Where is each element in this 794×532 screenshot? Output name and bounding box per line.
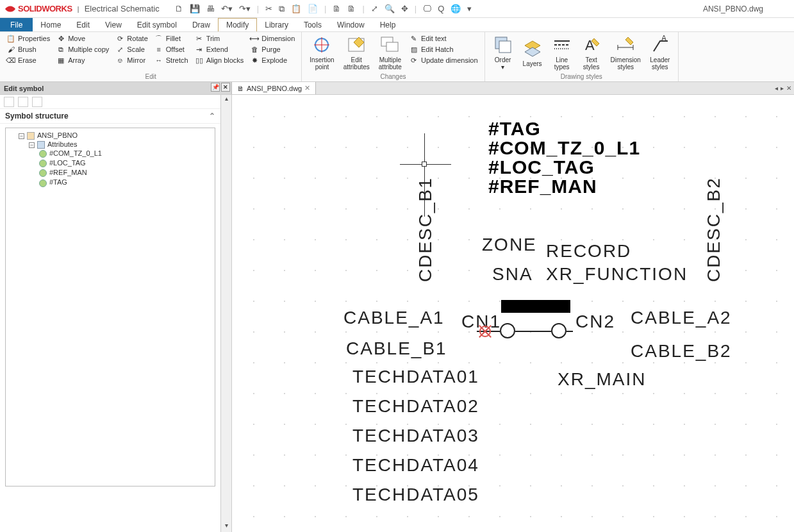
qat-paste-icon[interactable]: 📋	[291, 4, 301, 13]
cmd-stretch[interactable]: ↔Stretch	[152, 55, 191, 65]
qat-search-icon[interactable]: Q	[438, 4, 444, 13]
cmd-textstyles[interactable]: AText styles	[577, 33, 606, 72]
qat-screen-icon[interactable]: 🖵	[423, 4, 431, 13]
panel-scrollbar[interactable]: ▴ ▾	[221, 95, 232, 532]
cmd-purge[interactable]: 🗑Purge	[247, 44, 297, 54]
menu-window[interactable]: Window	[329, 18, 372, 31]
scale-icon: ⤢	[115, 45, 124, 54]
drawing-canvas[interactable]: #TAG #COM_TZ_0_L1 #LOC_TAG #REF_MAN CDES…	[232, 95, 794, 532]
cmd-multipleattribute[interactable]: Multiple attribute	[375, 33, 406, 72]
symbol-structure-header[interactable]: Symbol structure ⌃	[0, 109, 220, 124]
cmd-brush[interactable]: 🖌Brush	[4, 44, 53, 54]
qat-doc2-icon[interactable]: 🗎	[347, 4, 356, 13]
qat-doc1-icon[interactable]: 🗎	[333, 4, 341, 13]
cmd-rotate[interactable]: ⟳Rotate	[113, 33, 150, 44]
qat-cut-icon[interactable]: ✂	[265, 4, 272, 13]
menu-library[interactable]: Library	[257, 18, 296, 31]
qat-copy-icon[interactable]: ⧉	[279, 4, 285, 14]
menu-home[interactable]: Home	[33, 18, 69, 31]
ds-logo-icon	[5, 4, 15, 14]
qat-undo-icon[interactable]: ↶▾	[221, 4, 233, 13]
menu-editsymbol[interactable]: Edit symbol	[129, 18, 185, 31]
svg-rect-5	[386, 42, 398, 51]
cmd-fillet[interactable]: ⌒Fillet	[152, 33, 191, 44]
qat-pan-icon[interactable]: ✥	[401, 4, 408, 13]
tab-next-icon[interactable]: ▸	[781, 85, 784, 92]
qat-zoomfit-icon[interactable]: ⤢	[371, 4, 378, 13]
cmd-edittext[interactable]: ✎Edit text	[407, 33, 481, 44]
menu-file[interactable]: File	[0, 18, 33, 31]
attributes-icon	[37, 141, 45, 149]
qat-zoom-icon[interactable]: 🔍	[385, 4, 395, 13]
cmd-dimensionstyles[interactable]: Dimension styles	[607, 33, 645, 72]
dimension-icon: ⟷	[250, 34, 259, 43]
cmd-properties[interactable]: 📋Properties	[4, 33, 53, 44]
tab-closeall-icon[interactable]: ✕	[786, 85, 791, 92]
leftpanel-pin-icon[interactable]: 📌	[211, 83, 220, 92]
tree-attr-item[interactable]: #LOC_TAG	[39, 158, 212, 168]
cmd-offset[interactable]: ≡Offset	[152, 44, 191, 54]
cmd-array[interactable]: ▦Array	[54, 55, 112, 65]
leftpanel-title: Edit symbol 📌 ✕	[0, 82, 232, 94]
cmd-erase[interactable]: ⌫Erase	[4, 55, 53, 65]
scroll-up-icon[interactable]: ▴	[221, 95, 231, 105]
menu-view[interactable]: View	[97, 18, 129, 31]
cmd-mirror[interactable]: ⎊Mirror	[113, 55, 150, 65]
lp-tool3-icon[interactable]	[32, 97, 42, 107]
cmd-explode[interactable]: ✸Explode	[247, 55, 297, 65]
tree-attr-item[interactable]: #REF_MAN	[39, 168, 212, 178]
leftpanel-title-text: Edit symbol	[4, 85, 44, 92]
cmd-alignblocks[interactable]: ▯▯Align blocks	[192, 55, 247, 65]
qat-save-icon[interactable]: 💾	[190, 4, 200, 13]
menu-modify[interactable]: Modify	[218, 18, 257, 31]
cmd-editattributes[interactable]: Edit attributes	[340, 33, 374, 72]
tree-attr-item[interactable]: #TAG	[39, 178, 212, 187]
attribute-icon	[39, 179, 47, 187]
qat-print-icon[interactable]: 🖶	[206, 4, 215, 13]
qat-divider: |	[257, 4, 259, 13]
cmd-dimension[interactable]: ⟷Dimension	[247, 33, 297, 44]
cmd-insertionpoint[interactable]: Insertion point	[306, 33, 338, 72]
menu-tools[interactable]: Tools	[296, 18, 329, 31]
collapse-icon[interactable]: ⌃	[209, 112, 215, 121]
doctab-close-icon[interactable]: ✕	[304, 84, 310, 92]
symbol-tree[interactable]: −ANSI_PBNO −Attributes #COM_TZ_0_L1 #LOC…	[5, 128, 215, 486]
menu-draw[interactable]: Draw	[185, 18, 218, 31]
properties-icon: 📋	[6, 34, 15, 43]
pushbutton-contact	[477, 300, 579, 338]
toggle-icon[interactable]: −	[29, 142, 35, 148]
menu-help[interactable]: Help	[372, 18, 404, 31]
leftpanel-close-icon[interactable]: ✕	[221, 83, 230, 92]
attr-tag: #TAG	[488, 118, 541, 140]
lp-tool1-icon[interactable]	[4, 97, 14, 107]
lbl-cn2: CN2	[575, 312, 615, 332]
document-tab[interactable]: 🗎 ANSI_PBNO.dwg ✕	[232, 82, 316, 94]
lbl-cable-b1: CABLE_B1	[346, 338, 447, 359]
lp-tool2-icon[interactable]	[18, 97, 28, 107]
cmd-move[interactable]: ✥Move	[54, 33, 112, 44]
cmd-extend[interactable]: ⇥Extend	[192, 44, 247, 54]
tree-attr-item[interactable]: #COM_TZ_0_L1	[39, 149, 212, 158]
cmd-layers[interactable]: Layers	[518, 33, 547, 72]
qat-new-icon[interactable]: 🗋	[175, 4, 183, 13]
cmd-linetypes[interactable]: Line types	[548, 33, 576, 72]
cmd-order[interactable]: Order▾	[489, 33, 517, 72]
qat-globe-icon[interactable]: 🌐	[451, 4, 461, 13]
tree-root[interactable]: −ANSI_PBNO −Attributes #COM_TZ_0_L1 #LOC…	[19, 131, 212, 189]
cmd-updatedimension[interactable]: ⟳Update dimension	[407, 55, 481, 65]
cmd-edithatch[interactable]: ▨Edit Hatch	[407, 44, 481, 54]
scroll-down-icon[interactable]: ▾	[221, 522, 231, 532]
cmd-trim[interactable]: ✂Trim	[192, 33, 247, 44]
tree-attributes[interactable]: −Attributes #COM_TZ_0_L1 #LOC_TAG #REF_M…	[29, 140, 212, 188]
cmd-multiplecopy[interactable]: ⧉Multiple copy	[54, 44, 112, 54]
leftpanel-toolbar	[0, 95, 220, 109]
cmd-scale[interactable]: ⤢Scale	[113, 44, 150, 54]
menu-edit[interactable]: Edit	[69, 18, 97, 31]
qat-dropdown-icon[interactable]: ▾	[467, 4, 472, 13]
qat-redo-icon[interactable]: ↷▾	[239, 4, 251, 13]
rotate-icon: ⟳	[115, 34, 124, 43]
tab-prev-icon[interactable]: ◂	[775, 85, 778, 92]
cmd-leaderstyles[interactable]: ALeader styles	[646, 33, 674, 72]
qat-clipboard-icon[interactable]: 📄	[308, 4, 318, 13]
toggle-icon[interactable]: −	[19, 133, 24, 139]
